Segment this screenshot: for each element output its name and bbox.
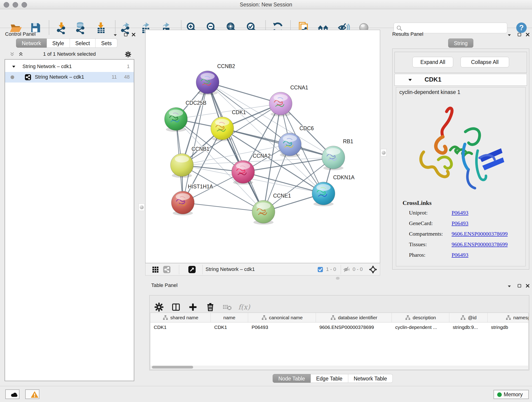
horizontal-splitter-handle[interactable]: [336, 277, 340, 280]
graph-node-CDKN1A[interactable]: [312, 182, 335, 206]
delete-column-icon[interactable]: [205, 302, 215, 312]
graph-node-CCNA1[interactable]: [269, 92, 292, 116]
netbar-separator: [202, 265, 203, 274]
tab-node-table[interactable]: Node Table: [273, 374, 311, 383]
collection-count: 1: [127, 64, 130, 70]
cloud-status-icon[interactable]: [5, 389, 19, 399]
crosslink-link[interactable]: P06493: [452, 210, 468, 216]
expand-all-button[interactable]: Expand All: [412, 57, 453, 67]
node-label-CDKN1A: CDKN1A: [333, 174, 355, 180]
table-cell[interactable]: stringdb: [488, 322, 529, 332]
column-type-icon: [261, 315, 267, 321]
memory-button[interactable]: Memory: [494, 390, 529, 399]
table-horizontal-scrollbar[interactable]: [151, 366, 528, 369]
column-header--id[interactable]: @id: [449, 313, 488, 322]
tab-string[interactable]: String: [448, 38, 473, 48]
crosslink-row: Pharos: P06493: [409, 250, 524, 261]
node-table[interactable]: shared namenamecanonical namedatabase id…: [150, 313, 529, 370]
tab-network[interactable]: Network: [16, 38, 47, 48]
network-row-selected[interactable]: String Network – cdk1 11 48: [5, 72, 134, 83]
entry-content: cyclin-dependent kinase 1 CrossLinks Uni…: [396, 87, 526, 266]
crosslink-label: Uniprot:: [409, 210, 428, 216]
warning-status-icon[interactable]: [25, 389, 39, 399]
table-cell[interactable]: P06493: [248, 322, 316, 332]
crosslink-link[interactable]: P06493: [452, 252, 468, 258]
left-splitter-handle[interactable]: [139, 204, 145, 211]
graph-node-CCNB1[interactable]: [171, 153, 193, 178]
column-header-shared-name[interactable]: shared name: [150, 313, 211, 322]
column-header-name[interactable]: name: [211, 313, 248, 322]
node-label-CDK1: CDK1: [232, 109, 246, 115]
title-bar: Session: New Session: [0, 0, 532, 9]
hidden-count-icon: [343, 266, 351, 274]
tab-sets[interactable]: Sets: [95, 38, 117, 48]
protein-structure-image: [411, 101, 509, 197]
network-canvas[interactable]: CCNB2CCNA1CDC25BCDK1CDC6RB1CCNB1CCNA2CDK…: [145, 30, 380, 263]
network-selected-status: 1 of 1 Network selected: [5, 51, 134, 57]
tab-select[interactable]: Select: [70, 38, 96, 48]
entry-header[interactable]: CDK1: [394, 74, 527, 86]
view-network-icon[interactable]: [162, 265, 171, 274]
results-float-icon[interactable]: [516, 32, 522, 38]
detach-view-icon[interactable]: [188, 265, 196, 274]
node-label-CCNA1: CCNA1: [290, 85, 308, 90]
view-grid-icon[interactable]: [151, 265, 160, 274]
graph-node-CDK1[interactable]: [211, 117, 234, 141]
column-header-namespace[interactable]: namespace: [488, 313, 529, 322]
graph-node-RB1[interactable]: [322, 146, 345, 170]
crosslink-link[interactable]: 9606.ENSP00000378699: [452, 241, 508, 248]
right-splitter-handle[interactable]: [380, 149, 386, 156]
tab-network-table[interactable]: Network Table: [348, 374, 393, 383]
table-menu-icon[interactable]: [506, 283, 512, 289]
table-cell[interactable]: 9606.ENSP00000378699: [316, 322, 392, 332]
table-options-gear-icon[interactable]: [154, 302, 164, 312]
graph-node-CDC25B[interactable]: [165, 108, 187, 132]
table-float-icon[interactable]: [516, 283, 522, 289]
control-panel-tabs: NetworkStyleSelectSets: [16, 38, 117, 48]
add-column-icon[interactable]: [188, 302, 198, 312]
crosslinks-list: Uniprot: P06493GeneCard: P06493Compartme…: [409, 208, 524, 261]
panel-close-icon[interactable]: [131, 32, 137, 38]
panel-menu-icon[interactable]: [112, 32, 118, 38]
tab-style[interactable]: Style: [47, 38, 70, 48]
collection-expand-icon[interactable]: [12, 64, 16, 69]
column-header-database-identifier[interactable]: database identifier: [316, 313, 392, 322]
control-panel: Control Panel NetworkStyleSelectSets 1 o…: [3, 30, 136, 381]
graph-node-CCNE1[interactable]: [252, 200, 275, 225]
graph-node-CDC6[interactable]: [278, 133, 301, 157]
table-cell[interactable]: CDK1: [150, 322, 211, 332]
table-cell[interactable]: CDK1: [211, 322, 248, 332]
search-input[interactable]: [404, 24, 505, 32]
collapse-all-button[interactable]: Collapse All: [461, 57, 509, 67]
crosslink-link[interactable]: P06493: [452, 220, 468, 226]
network-list: String Network – cdk1 1 String Network –…: [5, 59, 134, 381]
column-type-icon: [460, 315, 466, 321]
birds-eye-view-icon[interactable]: [369, 265, 377, 274]
column-type-icon: [330, 315, 336, 321]
table-row[interactable]: CDK1CDK1P064939606.ENSP00000378699cyclin…: [150, 322, 529, 332]
column-header-canonical-name[interactable]: canonical name: [248, 313, 316, 322]
graph-node-CCNA2[interactable]: [232, 160, 254, 185]
crosslink-row: Uniprot: P06493: [409, 208, 524, 219]
graph-node-HIST1H1A[interactable]: [171, 191, 194, 216]
node-label-CDC6: CDC6: [299, 125, 314, 131]
results-close-icon[interactable]: [525, 32, 531, 38]
network-options-gear-icon[interactable]: [125, 51, 132, 58]
table-cell[interactable]: cyclin-dependent ...: [392, 322, 449, 332]
entry-collapse-icon[interactable]: [408, 77, 413, 83]
network-status-dot: [11, 75, 14, 79]
clear-table-icon: [222, 302, 232, 312]
show-columns-icon[interactable]: [171, 302, 181, 312]
table-cell[interactable]: stringdb:9...: [449, 322, 488, 332]
network-collection-row[interactable]: String Network – cdk1 1: [5, 61, 134, 72]
selected-count-icon: [317, 266, 324, 273]
panel-float-icon[interactable]: [123, 32, 129, 38]
tab-edge-table[interactable]: Edge Table: [311, 374, 348, 383]
results-menu-icon[interactable]: [506, 32, 512, 38]
crosslink-link[interactable]: 9606.ENSP00000378699: [452, 231, 508, 237]
table-close-icon[interactable]: [525, 283, 531, 289]
column-header-description[interactable]: description: [392, 313, 449, 322]
crosslink-row: GeneCard: P06493: [409, 219, 524, 230]
status-bar: Memory: [0, 386, 532, 402]
graph-node-CCNB2[interactable]: [196, 71, 219, 95]
